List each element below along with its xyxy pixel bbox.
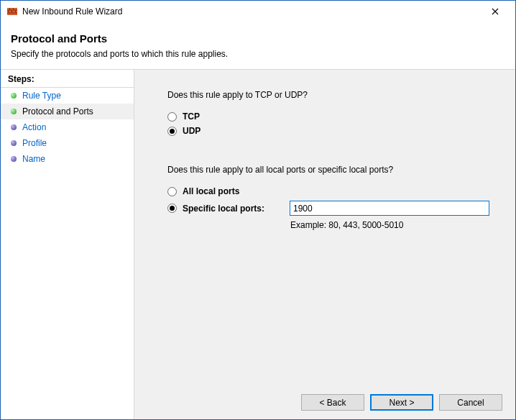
- step-label: Profile: [22, 138, 47, 148]
- radio-label: UDP: [183, 126, 201, 136]
- page-title: Protocol and Ports: [11, 32, 515, 45]
- step-action[interactable]: Action: [1, 119, 134, 135]
- step-label: Name: [22, 154, 45, 164]
- radio-tcp[interactable]: TCP: [167, 111, 502, 122]
- radio-icon: [167, 204, 177, 213]
- radio-specific-local-ports[interactable]: Specific local ports:: [167, 204, 290, 214]
- protocol-question: Does this rule apply to TCP or UDP?: [167, 90, 502, 100]
- close-button[interactable]: [479, 1, 511, 22]
- bullet-icon: [11, 124, 17, 130]
- svg-rect-3: [7, 14, 17, 15]
- radio-udp[interactable]: UDP: [167, 126, 502, 136]
- svg-rect-5: [13, 8, 14, 9]
- radio-icon: [167, 112, 177, 122]
- next-button[interactable]: Next >: [370, 394, 433, 411]
- step-label: Action: [22, 122, 46, 132]
- bullet-icon: [11, 93, 17, 99]
- ports-example: Example: 80, 443, 5000-5010: [290, 220, 502, 230]
- step-name[interactable]: Name: [1, 151, 134, 167]
- wizard-body: Steps: Rule Type Protocol and Ports Acti…: [1, 69, 515, 419]
- firewall-icon: [6, 6, 18, 17]
- window-title: New Inbound Rule Wizard: [22, 6, 479, 17]
- steps-sidebar: Steps: Rule Type Protocol and Ports Acti…: [1, 70, 134, 419]
- step-profile[interactable]: Profile: [1, 135, 134, 151]
- radio-icon: [167, 187, 177, 196]
- step-label: Protocol and Ports: [22, 106, 93, 117]
- bullet-icon: [11, 109, 17, 114]
- page-description: Specify the protocols and ports to which…: [11, 49, 515, 59]
- step-protocol-and-ports[interactable]: Protocol and Ports: [1, 104, 134, 119]
- back-button[interactable]: < Back: [301, 394, 364, 411]
- specific-ports-input[interactable]: [290, 201, 489, 216]
- cancel-button[interactable]: Cancel: [439, 394, 502, 411]
- ports-question: Does this rule apply to all local ports …: [167, 165, 502, 175]
- wizard-window: New Inbound Rule Wizard Protocol and Por…: [0, 0, 516, 420]
- radio-icon: [167, 127, 177, 136]
- wizard-buttons: < Back Next > Cancel: [301, 394, 502, 411]
- titlebar: New Inbound Rule Wizard: [1, 1, 515, 22]
- step-label: Rule Type: [22, 91, 61, 101]
- svg-rect-4: [9, 8, 10, 9]
- svg-rect-1: [7, 8, 17, 9]
- svg-rect-7: [11, 11, 12, 12]
- radio-text: Specific local ports:: [183, 204, 264, 214]
- bullet-icon: [11, 156, 17, 162]
- steps-heading: Steps:: [1, 71, 134, 88]
- svg-rect-8: [15, 11, 16, 12]
- svg-rect-6: [8, 11, 9, 12]
- radio-label: TCP: [183, 111, 200, 122]
- radio-text: All local ports: [183, 186, 239, 196]
- wizard-header: Protocol and Ports Specify the protocols…: [1, 22, 515, 69]
- radio-all-local-ports[interactable]: All local ports: [167, 186, 290, 196]
- bullet-icon: [11, 140, 17, 146]
- wizard-content: Does this rule apply to TCP or UDP? TCP …: [134, 70, 515, 419]
- step-rule-type[interactable]: Rule Type: [1, 88, 134, 104]
